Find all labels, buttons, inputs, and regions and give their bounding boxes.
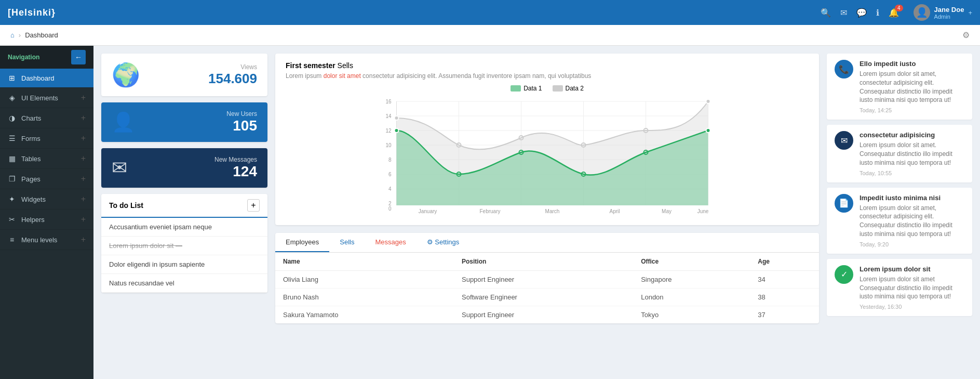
sidebar-item-tables[interactable]: ▦ Tables + <box>0 149 93 169</box>
table-row: Sakura Yamamoto Support Engineer Tokyo 3… <box>275 306 819 324</box>
sidebar-item-label: Helpers <box>21 216 81 224</box>
sidebar-toggle-button[interactable]: ← <box>71 50 86 64</box>
info-icon[interactable]: ℹ <box>876 8 879 18</box>
users-icon: 👤 <box>112 111 135 133</box>
right-column: 📞 Ello impedit iusto Lorem ipsum dolor s… <box>827 54 972 371</box>
sidebar-item-ui-elements[interactable]: ◈ UI Elements + <box>0 88 93 108</box>
sidebar: Navigation ← ⊞ Dashboard ◈ UI Elements +… <box>0 46 93 379</box>
sidebar-item-label: Tables <box>21 155 81 163</box>
new-users-stat-text: New Users 105 <box>143 110 257 134</box>
col-office: Office <box>633 253 750 271</box>
breadcrumb-bar: ⌂ › Dashboard ⚙ <box>0 25 980 46</box>
views-stat-text: Views 154.609 <box>148 63 257 87</box>
svg-text:14: 14 <box>385 113 392 119</box>
svg-text:10: 10 <box>385 142 392 148</box>
svg-text:12: 12 <box>385 128 392 134</box>
employee-name: Sakura Yamamoto <box>275 306 454 324</box>
col-age: Age <box>750 253 819 271</box>
employee-name: Bruno Nash <box>275 289 454 306</box>
notification-item-2: ✉ consectetur adipisicing Lorem ipsum do… <box>827 125 972 182</box>
employee-age: 37 <box>750 306 819 324</box>
subtitle-link[interactable]: dolor sit amet <box>324 72 361 80</box>
sidebar-item-label: Menu levels <box>21 236 81 244</box>
notif-text-1: Lorem ipsum dolor sit amet, consectetur … <box>860 70 964 104</box>
chart-legend: Data 1 Data 2 <box>286 85 809 92</box>
sidebar-item-dashboard[interactable]: ⊞ Dashboard <box>0 69 93 88</box>
center-column: First semester Sells Lorem ipsum dolor s… <box>275 54 819 371</box>
tab-sells[interactable]: Sells <box>329 233 365 252</box>
user-role: Admin <box>934 14 964 20</box>
views-stat-card: 🌍 Views 154.609 <box>101 54 267 96</box>
user-name: Jane Doe <box>934 6 964 14</box>
svg-text:4: 4 <box>388 186 392 192</box>
todo-list-card: To do List + Accusantium eveniet ipsam n… <box>101 194 267 293</box>
sidebar-item-charts[interactable]: ◑ Charts + <box>0 108 93 128</box>
svg-text:January: January <box>419 208 437 214</box>
sidebar-item-helpers[interactable]: ✂ Helpers + <box>0 210 93 230</box>
user-area: 👤 Jane Doe Admin + <box>914 4 972 21</box>
sidebar-item-label: Dashboard <box>21 74 86 82</box>
notif-body-3: Impedit iusto minima nisi Lorem ipsum do… <box>860 194 964 247</box>
expand-icon: + <box>81 174 86 184</box>
notif-title-3: Impedit iusto minima nisi <box>860 194 964 202</box>
tab-employees[interactable]: Employees <box>275 233 329 252</box>
main-layout: Navigation ← ⊞ Dashboard ◈ UI Elements +… <box>0 46 980 379</box>
expand-icon: + <box>81 113 86 123</box>
settings-gear-icon[interactable]: ⚙ <box>962 30 970 40</box>
sidebar-item-widgets[interactable]: ✦ Widgets + <box>0 189 93 210</box>
expand-icon: + <box>81 93 86 102</box>
tables-icon: ▦ <box>8 154 16 163</box>
left-column: 🌍 Views 154.609 👤 New Users 105 ✉ New Me… <box>101 54 267 371</box>
employee-age: 38 <box>750 289 819 306</box>
breadcrumb-separator: › <box>19 31 21 39</box>
sidebar-item-label: Pages <box>21 175 81 183</box>
home-icon[interactable]: ⌂ <box>10 31 15 39</box>
todo-add-button[interactable]: + <box>247 199 260 212</box>
notif-time-2: Today, 10:55 <box>860 170 964 176</box>
expand-icon: + <box>81 215 86 224</box>
sidebar-item-menu-levels[interactable]: ≡ Menu levels + <box>0 230 93 250</box>
todo-item: Accusantium eveniet ipsam neque <box>101 218 267 237</box>
widgets-icon: ✦ <box>8 195 16 203</box>
bell-icon[interactable]: 🔔 4 <box>889 8 899 18</box>
tab-messages[interactable]: Messages <box>365 233 417 252</box>
notification-item-1: 📞 Ello impedit iusto Lorem ipsum dolor s… <box>827 54 972 120</box>
pages-icon: ❐ <box>8 175 16 183</box>
table-row: Bruno Nash Software Engineer London 38 <box>275 289 819 306</box>
svg-text:April: April <box>609 208 620 214</box>
svg-text:6: 6 <box>388 172 392 177</box>
sidebar-header: Navigation ← <box>0 46 93 69</box>
notif-text-4: Lorem ipsum dolor sit amet Consequatur d… <box>860 275 964 301</box>
chart-title-rest: Sells <box>335 61 353 70</box>
chart-title-strong: First semester <box>286 61 335 70</box>
svg-text:March: March <box>545 208 560 214</box>
notif-text-2: Lorem ipsum dolor sit amet. Consequatur … <box>860 141 964 167</box>
mail-icon[interactable]: ✉ <box>840 8 847 18</box>
legend-dot-data1 <box>511 85 521 92</box>
sidebar-item-forms[interactable]: ☰ Forms + <box>0 128 93 149</box>
todo-item: Dolor eligendi in ipsum sapiente <box>101 255 267 274</box>
expand-icon: + <box>81 194 86 204</box>
new-users-stat-card: 👤 New Users 105 <box>101 102 267 142</box>
avatar: 👤 <box>914 4 930 21</box>
expand-icon: + <box>81 235 86 244</box>
user-info: Jane Doe Admin <box>934 6 964 20</box>
sidebar-item-label: Forms <box>21 135 81 142</box>
subtitle-pre: Lorem ipsum <box>286 72 324 80</box>
chat-icon[interactable]: 💬 <box>856 8 867 18</box>
subtitle-post: consectetur adipisicing elit. Assumenda … <box>361 72 592 80</box>
helpers-icon: ✂ <box>8 215 16 224</box>
notif-title-1: Ello impedit iusto <box>860 60 964 68</box>
notif-icon-check: ✓ <box>835 265 853 284</box>
legend-item-data1: Data 1 <box>511 85 542 92</box>
sidebar-item-pages[interactable]: ❐ Pages + <box>0 169 93 189</box>
chart-title: First semester Sells <box>286 61 809 70</box>
user-menu-icon[interactable]: + <box>968 9 972 17</box>
content-area: 🌍 Views 154.609 👤 New Users 105 ✉ New Me… <box>93 46 980 379</box>
svg-text:0: 0 <box>388 206 392 212</box>
tab-settings[interactable]: ⚙ Settings <box>417 233 470 252</box>
col-name: Name <box>275 253 454 271</box>
views-value: 154.609 <box>148 71 257 87</box>
legend-label-data2: Data 2 <box>566 85 584 92</box>
search-icon[interactable]: 🔍 <box>821 8 831 18</box>
